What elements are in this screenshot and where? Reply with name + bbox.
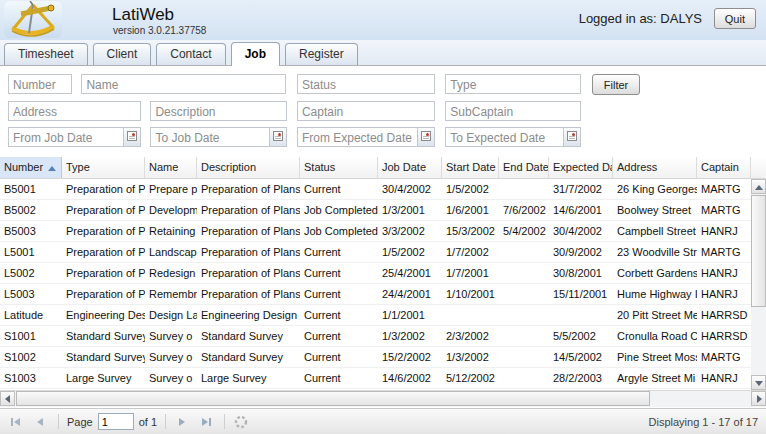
table-row[interactable]: S1001Standard SurveySurvey oStandard Sur… — [0, 326, 751, 347]
from-expected-date-calendar-button[interactable] — [417, 128, 434, 146]
tab-timesheet[interactable]: Timesheet — [4, 43, 88, 65]
table-row[interactable]: S1003Large SurveySurvey oLarge SurveyCur… — [0, 368, 751, 389]
from-job-date-input[interactable] — [9, 129, 140, 147]
to-job-date-field[interactable] — [150, 127, 287, 147]
from-job-date-field[interactable] — [8, 127, 141, 147]
page-number-input[interactable] — [98, 413, 134, 430]
captain-filter-input[interactable] — [298, 103, 434, 121]
tab-register[interactable]: Register — [285, 43, 358, 65]
first-page-button[interactable] — [8, 414, 24, 430]
name-filter-field[interactable] — [81, 74, 286, 94]
calendar-icon — [567, 131, 577, 141]
table-cell: MARTG — [697, 200, 751, 220]
table-cell: Current — [300, 179, 378, 199]
table-cell: Redesign — [145, 263, 197, 283]
table-cell: L5003 — [0, 284, 62, 304]
description-filter-input[interactable] — [151, 103, 286, 121]
table-cell: MARTG — [697, 242, 751, 262]
table-cell: 7/6/2002 — [499, 200, 549, 220]
tab-job[interactable]: Job — [231, 42, 280, 66]
tab-contact[interactable]: Contact — [156, 43, 225, 65]
from-job-date-calendar-button[interactable] — [123, 128, 140, 146]
table-cell: 30/8/2001 — [549, 263, 613, 283]
to-job-date-input[interactable] — [151, 129, 286, 147]
refresh-button[interactable] — [233, 414, 249, 430]
table-cell: 1/3/2001 — [378, 200, 442, 220]
scroll-down-button[interactable] — [751, 375, 766, 390]
column-header-name[interactable]: Name — [145, 157, 197, 178]
down-arrow-icon — [755, 381, 763, 386]
table-cell: Engineering Design — [197, 305, 300, 325]
to-job-date-calendar-button[interactable] — [269, 128, 286, 146]
address-filter-field[interactable] — [8, 101, 141, 121]
scroll-up-button[interactable] — [751, 179, 766, 194]
name-filter-input[interactable] — [82, 76, 285, 94]
table-cell: S1001 — [0, 326, 62, 346]
table-cell: S1002 — [0, 347, 62, 367]
table-cell: Job Completed — [300, 200, 378, 220]
table-cell — [499, 179, 549, 199]
displaying-status-text: Displaying 1 - 17 of 17 — [649, 416, 758, 428]
table-cell: Preparation of Plans — [197, 200, 300, 220]
column-header-end-date[interactable]: End Date — [499, 157, 549, 178]
address-filter-input[interactable] — [9, 103, 140, 121]
from-expected-date-input[interactable] — [298, 129, 434, 147]
next-page-button[interactable] — [174, 414, 190, 430]
scroll-right-button[interactable] — [751, 391, 766, 406]
from-expected-date-field[interactable] — [297, 127, 435, 147]
table-row[interactable]: S1002Standard SurveySurvey oStandard Sur… — [0, 347, 751, 368]
logged-in-as-text: Logged in as: DALYS — [579, 11, 702, 26]
table-cell: MARTG — [697, 179, 751, 199]
table-cell: 1/10/2001 — [442, 284, 499, 304]
tab-client[interactable]: Client — [93, 43, 152, 65]
column-header-description[interactable]: Description — [197, 157, 300, 178]
column-header-expected-date[interactable]: Expected Date — [549, 157, 613, 178]
subcaptain-filter-field[interactable] — [445, 101, 581, 121]
status-filter-field[interactable] — [297, 74, 435, 94]
table-cell: Standard Survey — [62, 347, 145, 367]
table-cell: 15/2/2002 — [378, 347, 442, 367]
column-header-status[interactable]: Status — [300, 157, 378, 178]
column-header-address[interactable]: Address — [613, 157, 697, 178]
filter-button[interactable]: Filter — [592, 74, 640, 95]
last-page-button[interactable] — [198, 414, 214, 430]
filter-row-2 — [8, 101, 581, 121]
to-expected-date-field[interactable] — [445, 127, 581, 147]
table-cell: 20 Pitt Street Me — [613, 305, 697, 325]
table-row[interactable]: B5003Preparation of PlansRetainingPrepar… — [0, 221, 751, 242]
column-header-start-date[interactable]: Start Date — [442, 157, 499, 178]
description-filter-field[interactable] — [150, 101, 287, 121]
quit-button[interactable]: Quit — [714, 8, 756, 29]
scroll-left-button[interactable] — [0, 391, 15, 406]
table-row[interactable]: B5002Preparation of PlansDevelopmPrepara… — [0, 200, 751, 221]
column-header-label: Type — [66, 161, 90, 173]
table-row[interactable]: L5001Preparation of PlansLandscapPrepara… — [0, 242, 751, 263]
vertical-scrollbar-thumb[interactable] — [751, 195, 766, 307]
prev-page-button[interactable] — [32, 414, 48, 430]
table-row[interactable]: LatitudeEngineering DesignDesign LaEngin… — [0, 305, 751, 326]
table-cell — [499, 305, 549, 325]
table-cell: HANRJ — [697, 221, 751, 241]
column-header-captain[interactable]: Captain — [697, 157, 751, 178]
column-header-type[interactable]: Type — [62, 157, 145, 178]
to-expected-date-calendar-button[interactable] — [563, 128, 580, 146]
table-row[interactable]: L5003Preparation of PlansRemembrPreparat… — [0, 284, 751, 305]
to-expected-date-input[interactable] — [446, 129, 580, 147]
table-row[interactable]: B5001Preparation of PlansPrepare pPrepar… — [0, 179, 751, 200]
number-filter-field[interactable] — [8, 74, 72, 94]
table-row[interactable]: L5002Preparation of PlansRedesignPrepara… — [0, 263, 751, 284]
type-filter-input[interactable] — [446, 76, 580, 94]
column-header-job-date[interactable]: Job Date — [378, 157, 442, 178]
type-filter-field[interactable] — [445, 74, 581, 94]
calendar-icon — [273, 131, 283, 141]
captain-filter-field[interactable] — [297, 101, 435, 121]
table-cell: Prepare p — [145, 179, 197, 199]
table-cell: B5003 — [0, 221, 62, 241]
number-filter-input[interactable] — [9, 76, 71, 94]
status-filter-input[interactable] — [298, 76, 434, 94]
subcaptain-filter-input[interactable] — [446, 103, 580, 121]
column-header-label: Expected Date — [553, 161, 613, 173]
table-cell — [499, 242, 549, 262]
horizontal-scrollbar-thumb[interactable] — [16, 391, 650, 406]
column-header-number[interactable]: Number — [0, 157, 62, 178]
